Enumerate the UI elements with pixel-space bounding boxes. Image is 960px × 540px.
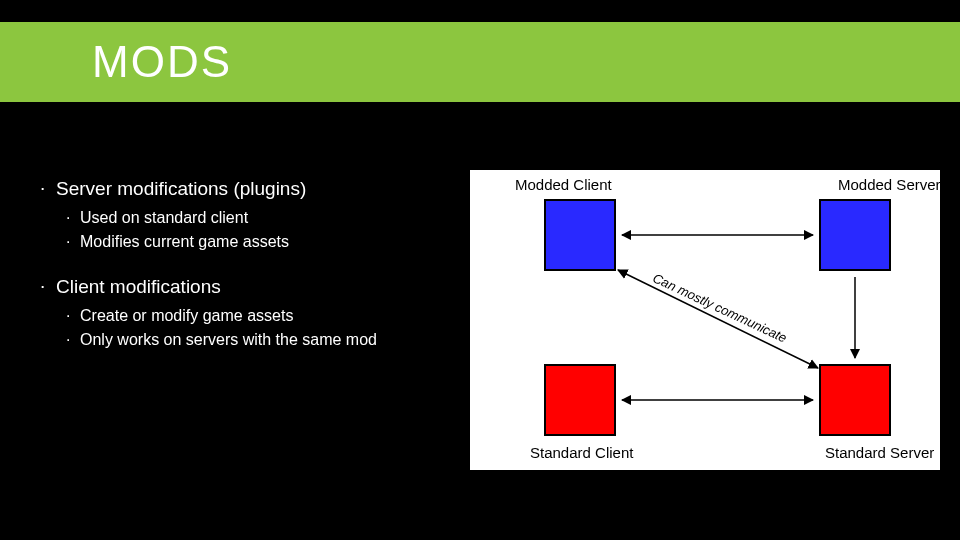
modded-server-label: Modded Server bbox=[838, 176, 940, 193]
bullet-client-sub2: Only works on servers with the same mod bbox=[40, 328, 470, 352]
modded-client-box bbox=[545, 200, 615, 270]
mods-diagram: Modded Client Modded Server Standard Cli… bbox=[470, 170, 940, 470]
arrow-diagonal bbox=[618, 270, 818, 368]
modded-client-label: Modded Client bbox=[515, 176, 613, 193]
modded-server-box bbox=[820, 200, 890, 270]
bullet-client-sub1: Create or modify game assets bbox=[40, 304, 470, 328]
standard-server-box bbox=[820, 365, 890, 435]
diagonal-label: Can mostly communicate bbox=[651, 270, 790, 345]
standard-client-label: Standard Client bbox=[530, 444, 634, 461]
bullet-server-mods: Server modifications (plugins) bbox=[40, 178, 470, 200]
title-band: MODS bbox=[0, 22, 960, 102]
bullet-server-sub2: Modifies current game assets bbox=[40, 230, 470, 254]
bullet-client-mods: Client modifications bbox=[40, 276, 470, 298]
bullet-server-sub1: Used on standard client bbox=[40, 206, 470, 230]
bullet-content: Server modifications (plugins) Used on s… bbox=[40, 178, 470, 374]
standard-client-box bbox=[545, 365, 615, 435]
standard-server-label: Standard Server bbox=[825, 444, 934, 461]
slide-title: MODS bbox=[92, 37, 232, 87]
